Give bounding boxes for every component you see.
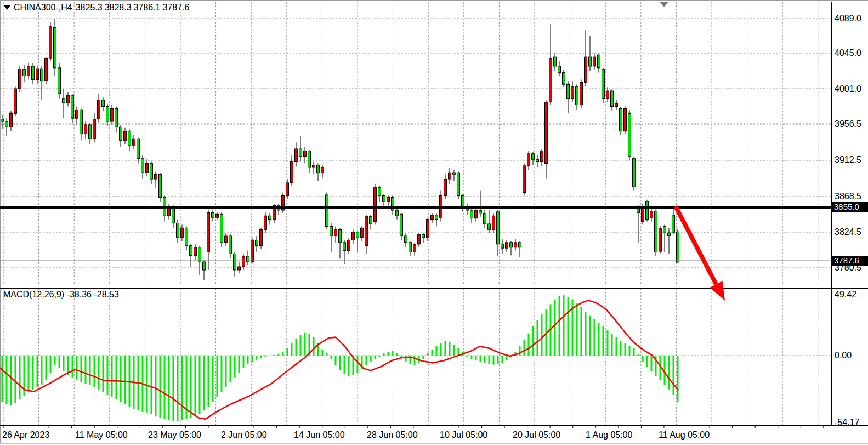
price-axis-label: 4045.0: [835, 48, 861, 58]
price-axis-label: 4001.0: [835, 84, 861, 94]
price-axis-label: 3912.5: [835, 155, 861, 165]
ohlc-high: 3828.3: [105, 3, 132, 13]
symbol-name: CHINA300-,H4: [14, 3, 72, 13]
macd-indicator-label: MACD(12,26,9) -38.36 -28.53: [3, 290, 119, 300]
chart-plot-area[interactable]: [0, 0, 868, 445]
time-axis-label: 10 Jul 05:00: [440, 430, 487, 440]
price-axis-label: 3956.5: [835, 119, 861, 129]
symbol-header: CHINA300-,H4 3825.3 3828.3 3786.1 3787.6: [4, 3, 189, 13]
ohlc-low: 3786.1: [134, 3, 161, 13]
symbol-dropdown-icon: [4, 5, 10, 10]
time-axis-label: 20 Jul 05:00: [513, 430, 560, 440]
time-axis-label: 28 Jun 05:00: [367, 430, 418, 440]
support-price-tag: 3855.0: [832, 202, 868, 212]
trend-arrow[interactable]: [676, 206, 725, 301]
price-axis-label: 3824.5: [835, 227, 861, 237]
time-axis-label: 23 May 05:00: [148, 430, 201, 440]
macd-axis-label: 49.42: [835, 290, 856, 300]
macd-histogram: [2, 295, 679, 421]
time-axis-label: 11 May 05:00: [75, 430, 128, 440]
price-axis-label: 4089.0: [835, 14, 861, 24]
ohlc-open: 3825.3: [76, 3, 103, 13]
macd-axis-label: 0.00: [835, 351, 852, 360]
time-axis-label: 14 Jun 05:00: [294, 430, 345, 440]
chart-window: CHINA300-,H4 3825.3 3828.3 3786.1 3787.6…: [0, 0, 868, 445]
time-axis-label: 1 Aug 05:00: [586, 430, 632, 440]
scroll-position-icon[interactable]: [660, 2, 668, 7]
candles-series: [1, 19, 679, 280]
current-price-tag: 3787.6: [832, 256, 868, 266]
time-axis-label: 2 Jun 05:00: [221, 430, 267, 440]
time-axis-label: 11 Aug 05:00: [659, 430, 710, 440]
price-axis-label: 3868.5: [835, 191, 861, 201]
time-axis-ticks: [3, 425, 824, 428]
ohlc-close: 3787.6: [163, 3, 190, 13]
macd-axis-label: -54.17: [835, 418, 859, 427]
time-axis-label: 26 Apr 2023: [2, 430, 49, 440]
